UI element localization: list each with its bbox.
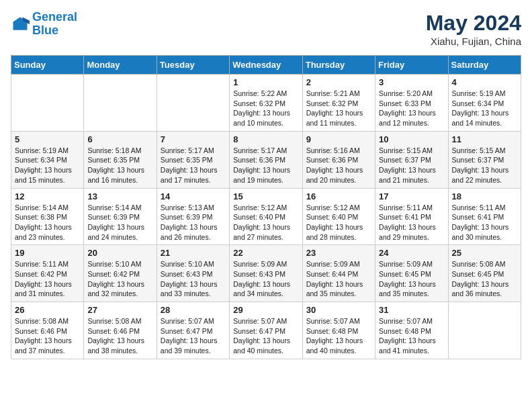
day-number: 27: [87, 305, 152, 315]
header-sunday: Sunday: [11, 56, 84, 75]
day-cell: 17Sunrise: 5:11 AM Sunset: 6:41 PM Dayli…: [375, 188, 448, 245]
day-cell: 1Sunrise: 5:22 AM Sunset: 6:32 PM Daylig…: [230, 75, 302, 132]
day-cell: 22Sunrise: 5:09 AM Sunset: 6:43 PM Dayli…: [230, 245, 302, 302]
day-number: 1: [233, 77, 298, 87]
day-cell: 14Sunrise: 5:13 AM Sunset: 6:39 PM Dayli…: [157, 188, 229, 245]
day-cell: 19Sunrise: 5:11 AM Sunset: 6:42 PM Dayli…: [11, 245, 84, 302]
day-cell: 5Sunrise: 5:19 AM Sunset: 6:34 PM Daylig…: [11, 131, 84, 188]
day-cell: 8Sunrise: 5:17 AM Sunset: 6:36 PM Daylig…: [230, 131, 302, 188]
day-number: 9: [306, 134, 371, 144]
day-cell: 3Sunrise: 5:20 AM Sunset: 6:33 PM Daylig…: [375, 75, 448, 132]
day-cell: [84, 75, 157, 132]
day-cell: [448, 302, 521, 359]
week-row-1: 1Sunrise: 5:22 AM Sunset: 6:32 PM Daylig…: [11, 75, 521, 132]
day-number: 21: [161, 248, 226, 258]
day-info: Sunrise: 5:09 AM Sunset: 6:43 PM Dayligh…: [233, 259, 298, 299]
calendar-header-row: SundayMondayTuesdayWednesdayThursdayFrid…: [11, 56, 521, 75]
day-cell: 21Sunrise: 5:10 AM Sunset: 6:43 PM Dayli…: [157, 245, 229, 302]
day-info: Sunrise: 5:10 AM Sunset: 6:43 PM Dayligh…: [161, 259, 226, 299]
day-info: Sunrise: 5:09 AM Sunset: 6:45 PM Dayligh…: [379, 259, 444, 299]
header-tuesday: Tuesday: [157, 56, 229, 75]
day-info: Sunrise: 5:07 AM Sunset: 6:48 PM Dayligh…: [379, 316, 444, 356]
day-info: Sunrise: 5:14 AM Sunset: 6:38 PM Dayligh…: [15, 203, 80, 242]
day-cell: 20Sunrise: 5:10 AM Sunset: 6:42 PM Dayli…: [84, 245, 157, 302]
day-number: 26: [15, 305, 80, 315]
day-info: Sunrise: 5:17 AM Sunset: 6:36 PM Dayligh…: [233, 146, 298, 185]
day-cell: 13Sunrise: 5:14 AM Sunset: 6:39 PM Dayli…: [84, 188, 157, 245]
day-cell: 28Sunrise: 5:07 AM Sunset: 6:47 PM Dayli…: [157, 302, 229, 359]
day-number: 19: [15, 248, 80, 258]
day-number: 17: [379, 191, 444, 201]
title-block: May 2024 Xiahu, Fujian, China: [426, 11, 521, 47]
day-cell: 6Sunrise: 5:18 AM Sunset: 6:35 PM Daylig…: [84, 131, 157, 188]
day-number: 5: [15, 134, 80, 144]
header-thursday: Thursday: [302, 56, 375, 75]
day-number: 28: [161, 305, 226, 315]
day-cell: 23Sunrise: 5:09 AM Sunset: 6:44 PM Dayli…: [302, 245, 375, 302]
day-info: Sunrise: 5:22 AM Sunset: 6:32 PM Dayligh…: [233, 89, 298, 128]
day-cell: 12Sunrise: 5:14 AM Sunset: 6:38 PM Dayli…: [11, 188, 84, 245]
day-number: 30: [306, 305, 371, 315]
day-info: Sunrise: 5:20 AM Sunset: 6:33 PM Dayligh…: [379, 89, 444, 128]
day-info: Sunrise: 5:15 AM Sunset: 6:37 PM Dayligh…: [379, 146, 444, 185]
day-info: Sunrise: 5:15 AM Sunset: 6:37 PM Dayligh…: [452, 146, 517, 185]
day-number: 3: [379, 77, 444, 87]
logo-icon: [11, 15, 30, 34]
day-number: 7: [161, 134, 226, 144]
day-info: Sunrise: 5:11 AM Sunset: 6:41 PM Dayligh…: [452, 203, 517, 242]
header-wednesday: Wednesday: [230, 56, 302, 75]
day-number: 13: [87, 191, 152, 201]
day-info: Sunrise: 5:19 AM Sunset: 6:34 PM Dayligh…: [15, 146, 80, 185]
day-info: Sunrise: 5:08 AM Sunset: 6:46 PM Dayligh…: [87, 316, 152, 356]
day-number: 23: [306, 248, 371, 258]
day-cell: 9Sunrise: 5:16 AM Sunset: 6:36 PM Daylig…: [302, 131, 375, 188]
page-header: General Blue May 2024 Xiahu, Fujian, Chi…: [11, 11, 521, 47]
day-cell: 30Sunrise: 5:07 AM Sunset: 6:48 PM Dayli…: [302, 302, 375, 359]
day-info: Sunrise: 5:21 AM Sunset: 6:32 PM Dayligh…: [306, 89, 371, 128]
week-row-2: 5Sunrise: 5:19 AM Sunset: 6:34 PM Daylig…: [11, 131, 521, 188]
calendar-table: SundayMondayTuesdayWednesdayThursdayFrid…: [11, 55, 521, 359]
header-monday: Monday: [84, 56, 157, 75]
day-number: 2: [306, 77, 371, 87]
day-info: Sunrise: 5:13 AM Sunset: 6:39 PM Dayligh…: [161, 203, 226, 242]
day-number: 31: [379, 305, 444, 315]
day-info: Sunrise: 5:11 AM Sunset: 6:41 PM Dayligh…: [379, 203, 444, 242]
day-info: Sunrise: 5:12 AM Sunset: 6:40 PM Dayligh…: [233, 203, 298, 242]
day-number: 11: [452, 134, 517, 144]
day-cell: 2Sunrise: 5:21 AM Sunset: 6:32 PM Daylig…: [302, 75, 375, 132]
day-info: Sunrise: 5:07 AM Sunset: 6:47 PM Dayligh…: [233, 316, 298, 356]
day-info: Sunrise: 5:12 AM Sunset: 6:40 PM Dayligh…: [306, 203, 371, 242]
day-info: Sunrise: 5:08 AM Sunset: 6:45 PM Dayligh…: [452, 259, 517, 299]
day-number: 25: [452, 248, 517, 258]
day-cell: [11, 75, 84, 132]
day-info: Sunrise: 5:07 AM Sunset: 6:47 PM Dayligh…: [161, 316, 226, 356]
day-number: 29: [233, 305, 298, 315]
day-info: Sunrise: 5:09 AM Sunset: 6:44 PM Dayligh…: [306, 259, 371, 299]
day-number: 4: [452, 77, 517, 87]
day-number: 12: [15, 191, 80, 201]
day-cell: 16Sunrise: 5:12 AM Sunset: 6:40 PM Dayli…: [302, 188, 375, 245]
day-info: Sunrise: 5:17 AM Sunset: 6:35 PM Dayligh…: [161, 146, 226, 185]
month-title: May 2024: [426, 11, 521, 36]
day-info: Sunrise: 5:14 AM Sunset: 6:39 PM Dayligh…: [87, 203, 152, 242]
day-cell: 18Sunrise: 5:11 AM Sunset: 6:41 PM Dayli…: [448, 188, 521, 245]
day-number: 18: [452, 191, 517, 201]
day-cell: 11Sunrise: 5:15 AM Sunset: 6:37 PM Dayli…: [448, 131, 521, 188]
day-number: 8: [233, 134, 298, 144]
day-cell: 15Sunrise: 5:12 AM Sunset: 6:40 PM Dayli…: [230, 188, 302, 245]
day-cell: 29Sunrise: 5:07 AM Sunset: 6:47 PM Dayli…: [230, 302, 302, 359]
subtitle: Xiahu, Fujian, China: [426, 36, 521, 47]
week-row-4: 19Sunrise: 5:11 AM Sunset: 6:42 PM Dayli…: [11, 245, 521, 302]
day-number: 20: [87, 248, 152, 258]
day-cell: 25Sunrise: 5:08 AM Sunset: 6:45 PM Dayli…: [448, 245, 521, 302]
day-info: Sunrise: 5:19 AM Sunset: 6:34 PM Dayligh…: [452, 89, 517, 128]
day-number: 14: [161, 191, 226, 201]
day-info: Sunrise: 5:07 AM Sunset: 6:48 PM Dayligh…: [306, 316, 371, 356]
day-cell: [157, 75, 229, 132]
day-cell: 10Sunrise: 5:15 AM Sunset: 6:37 PM Dayli…: [375, 131, 448, 188]
day-info: Sunrise: 5:10 AM Sunset: 6:42 PM Dayligh…: [87, 259, 152, 299]
week-row-3: 12Sunrise: 5:14 AM Sunset: 6:38 PM Dayli…: [11, 188, 521, 245]
logo-text: General Blue: [32, 11, 77, 38]
day-number: 10: [379, 134, 444, 144]
day-info: Sunrise: 5:08 AM Sunset: 6:46 PM Dayligh…: [15, 316, 80, 356]
